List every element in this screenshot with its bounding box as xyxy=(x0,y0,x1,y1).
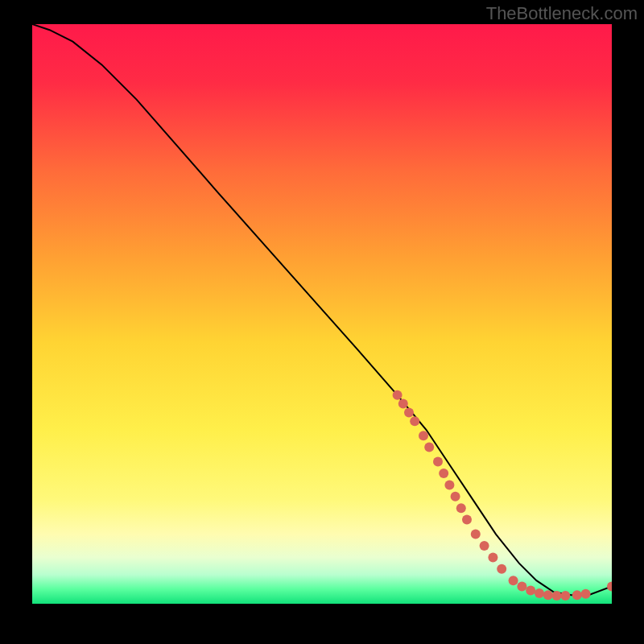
data-marker xyxy=(404,407,414,417)
data-marker xyxy=(439,469,448,478)
curve-layer xyxy=(32,24,612,604)
data-marker xyxy=(393,390,402,400)
data-marker xyxy=(581,589,591,599)
data-marker xyxy=(535,588,544,598)
data-marker xyxy=(480,541,489,551)
data-marker xyxy=(398,399,408,409)
data-marker xyxy=(543,590,553,600)
data-marker xyxy=(552,591,562,601)
data-marker xyxy=(451,492,460,502)
data-marker xyxy=(456,503,466,513)
data-marker xyxy=(488,552,497,562)
data-marker xyxy=(410,416,419,426)
data-marker xyxy=(419,431,428,440)
watermark-text: TheBottleneck.com xyxy=(486,3,638,24)
plot-area xyxy=(32,24,612,604)
data-marker xyxy=(424,443,434,452)
data-marker xyxy=(572,590,582,600)
data-marker xyxy=(526,585,535,595)
data-marker xyxy=(497,564,506,574)
data-marker xyxy=(509,576,518,585)
data-marker xyxy=(462,515,472,525)
data-marker xyxy=(560,591,570,601)
data-marker xyxy=(433,457,443,467)
bottleneck-curve xyxy=(32,24,612,595)
data-markers xyxy=(393,390,612,601)
data-marker xyxy=(471,530,481,539)
data-marker xyxy=(444,480,454,489)
data-marker xyxy=(607,581,612,591)
data-marker xyxy=(517,581,526,591)
